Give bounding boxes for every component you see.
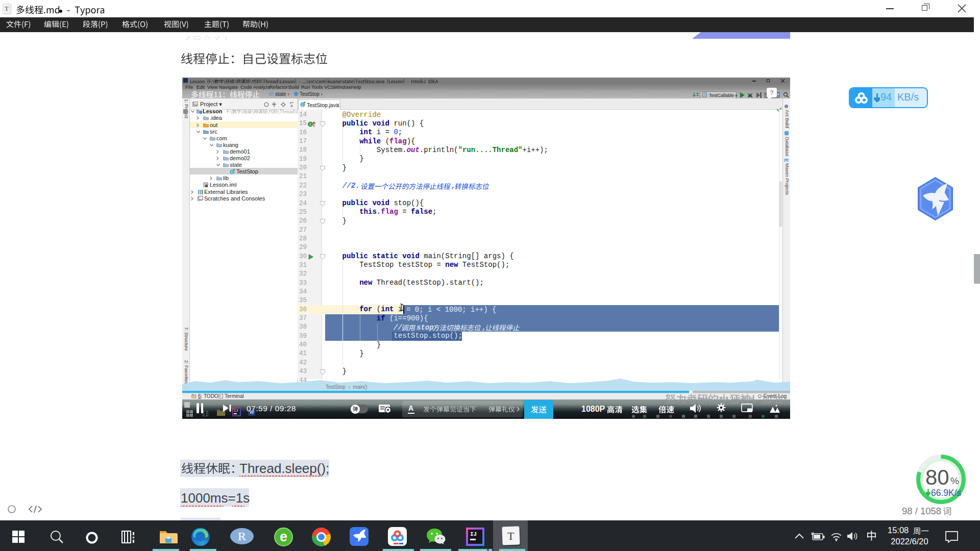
svg-text:C: C — [301, 103, 304, 107]
svg-text:1: 1 — [309, 122, 311, 126]
svg-text:C: C — [231, 170, 233, 174]
